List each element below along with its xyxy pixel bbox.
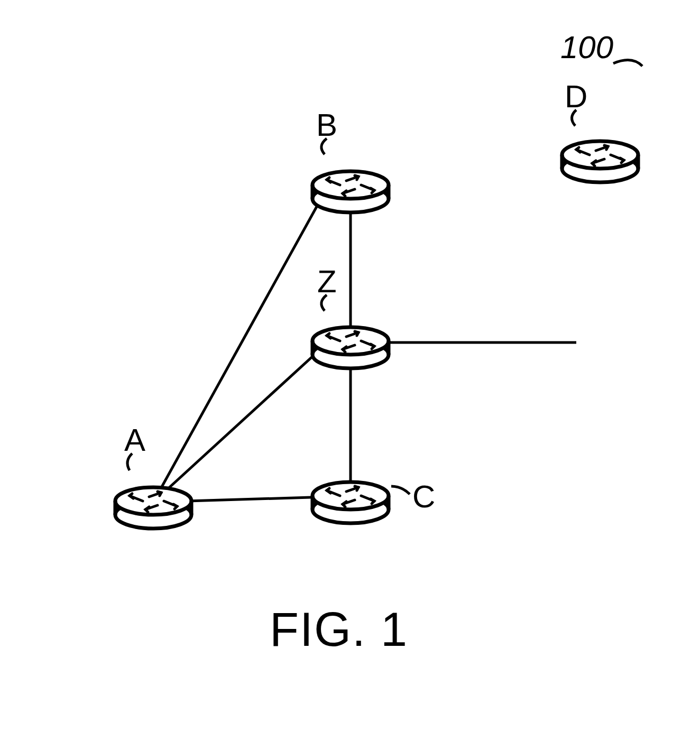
node-label-a: A — [124, 422, 145, 458]
node-label-b: B — [316, 107, 337, 143]
svg-point-25 — [312, 482, 389, 509]
router-node — [308, 152, 393, 218]
router-node — [111, 468, 196, 534]
figure-label: FIG. 1 — [270, 603, 408, 657]
svg-point-9 — [312, 171, 389, 199]
node-label-c: C — [412, 478, 435, 515]
svg-point-17 — [312, 327, 389, 355]
reference-numeral: 100 — [560, 29, 613, 66]
diagram-stage: A B Z C D 100 FIG. 1 — [0, 0, 700, 732]
node-label-z: Z — [317, 263, 337, 300]
router-node — [558, 122, 642, 188]
svg-point-1 — [115, 487, 191, 515]
node-label-d: D — [565, 78, 587, 115]
svg-point-33 — [562, 141, 638, 169]
router-node — [308, 308, 393, 374]
router-node — [308, 463, 393, 529]
edge — [153, 187, 328, 502]
